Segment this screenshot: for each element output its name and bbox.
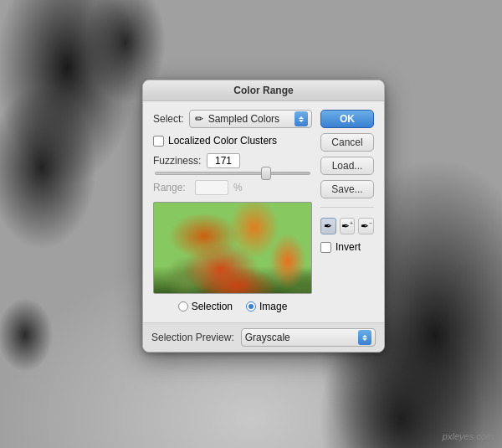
select-dropdown[interactable]: ✏ Sampled Colors <box>189 110 312 128</box>
cancel-button[interactable]: Cancel <box>320 133 374 152</box>
eyedropper-add-icon: ✒+ <box>341 220 353 232</box>
dialog-titlebar: Color Range <box>143 80 384 101</box>
arrow-up-icon <box>299 116 304 119</box>
watermark: pxleyes.com <box>443 431 494 441</box>
fuzziness-row: Fuzziness: <box>153 153 312 168</box>
fuzziness-input[interactable] <box>207 153 240 168</box>
select-dropdown-value: Sampled Colors <box>208 113 295 125</box>
preview-arrow-down-icon <box>362 338 367 341</box>
eyedropper-tools-row: ✒ ✒+ ✒− <box>320 216 374 236</box>
preview-dropdown-arrow <box>358 330 371 345</box>
fuzziness-label: Fuzziness: <box>153 155 202 167</box>
localized-color-checkbox[interactable] <box>153 136 164 147</box>
dialog-title: Color Range <box>233 85 293 96</box>
select-row: Select: ✏ Sampled Colors <box>153 110 312 128</box>
invert-label: Invert <box>336 241 361 253</box>
range-input[interactable] <box>195 180 228 195</box>
preview-arrow-up-icon <box>362 335 367 337</box>
invert-row: Invert <box>320 241 374 253</box>
selection-radio-label: Selection <box>192 301 233 312</box>
range-row: Range: % <box>153 180 312 195</box>
preview-dropdown-value: Grayscale <box>245 332 358 343</box>
display-mode-row: Selection Image <box>153 301 312 312</box>
selection-radio-btn[interactable] <box>178 301 188 312</box>
preview-dropdown[interactable]: Grayscale <box>241 328 376 347</box>
color-range-dialog: Color Range Select: ✏ Sampled Colors <box>142 80 385 353</box>
localized-color-row: Localized Color Clusters <box>153 135 312 147</box>
select-dropdown-arrow <box>295 111 308 126</box>
eyedropper-add-tool-button[interactable]: ✒+ <box>340 218 356 234</box>
dialog-right-panel: OK Cancel Load... Save... ✒ ✒+ ✒− Invert <box>320 110 374 312</box>
right-separator <box>320 207 374 208</box>
bottom-preview-row: Selection Preview: Grayscale <box>143 322 384 352</box>
save-button[interactable]: Save... <box>320 180 374 198</box>
eyedropper-icon: ✒ <box>324 220 332 232</box>
eyedropper-tool-button[interactable]: ✒ <box>320 218 336 234</box>
eyedropper-remove-icon: ✒− <box>361 220 372 232</box>
image-radio-dot <box>248 304 254 309</box>
selection-radio-item[interactable]: Selection <box>178 301 233 312</box>
range-label: Range: <box>153 182 190 193</box>
invert-checkbox[interactable] <box>320 242 331 253</box>
dialog-body: Select: ✏ Sampled Colors Localized Color… <box>143 101 384 322</box>
image-radio-label: Image <box>259 301 287 312</box>
load-button[interactable]: Load... <box>320 157 374 175</box>
select-label: Select: <box>153 113 184 125</box>
preview-row-label: Selection Preview: <box>151 332 234 343</box>
image-radio-item[interactable]: Image <box>246 301 287 312</box>
eyedropper-icon: ✏ <box>193 113 205 125</box>
fuzziness-slider-container <box>153 172 312 175</box>
ok-button[interactable]: OK <box>320 110 374 128</box>
range-percent: % <box>233 182 243 193</box>
dialog-left-panel: Select: ✏ Sampled Colors Localized Color… <box>153 110 312 312</box>
preview-leaves-overlay <box>154 203 311 293</box>
arrow-down-icon <box>299 120 304 122</box>
color-preview-image <box>153 202 312 294</box>
fuzziness-slider-track[interactable] <box>155 172 310 175</box>
fuzziness-slider-thumb[interactable] <box>261 167 271 180</box>
eyedropper-remove-tool-button[interactable]: ✒− <box>358 218 374 234</box>
image-radio-btn[interactable] <box>246 301 256 312</box>
localized-color-label: Localized Color Clusters <box>168 135 277 147</box>
